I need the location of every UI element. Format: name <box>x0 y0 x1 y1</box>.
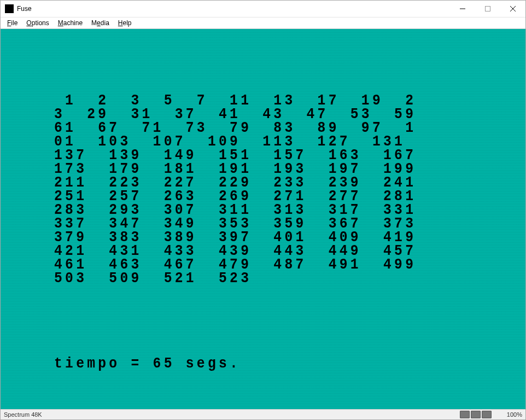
disk-icon <box>460 411 470 418</box>
menu-media[interactable]: Media <box>87 18 114 28</box>
fuse-app-icon <box>5 4 14 13</box>
menu-options[interactable]: Options <box>22 18 53 28</box>
tape-icon <box>471 411 481 418</box>
app-window: Fuse File Options Machine Media Help 1 2… <box>0 0 526 420</box>
maximize-icon <box>485 6 490 11</box>
menu-machine[interactable]: Machine <box>54 18 87 28</box>
menu-help[interactable]: Help <box>114 18 136 28</box>
menubar: File Options Machine Media Help <box>1 18 525 29</box>
primes-output: 1 2 3 5 7 11 13 17 19 23 29 31 37 41 43 … <box>54 94 422 285</box>
minimize-icon <box>460 6 465 11</box>
status-machine: Spectrum 48K <box>4 411 42 418</box>
maximize-button[interactable] <box>475 1 500 17</box>
timing-output: tiempo = 65 segs. <box>54 355 241 372</box>
close-button[interactable] <box>500 1 525 17</box>
status-icons <box>460 411 492 418</box>
window-title: Fuse <box>17 5 32 13</box>
status-speed: 100% <box>507 411 522 418</box>
svg-rect-0 <box>486 7 490 11</box>
titlebar: Fuse <box>1 1 525 18</box>
emulator-display[interactable]: 1 2 3 5 7 11 13 17 19 23 29 31 37 41 43 … <box>1 29 525 409</box>
statusbar: Spectrum 48K 100% <box>1 409 525 419</box>
minimize-button[interactable] <box>450 1 475 17</box>
menu-file[interactable]: File <box>3 18 22 28</box>
close-icon <box>510 6 516 11</box>
spectrum-screen: 1 2 3 5 7 11 13 17 19 23 29 31 37 41 43 … <box>1 29 525 409</box>
mdr-icon <box>482 411 492 418</box>
